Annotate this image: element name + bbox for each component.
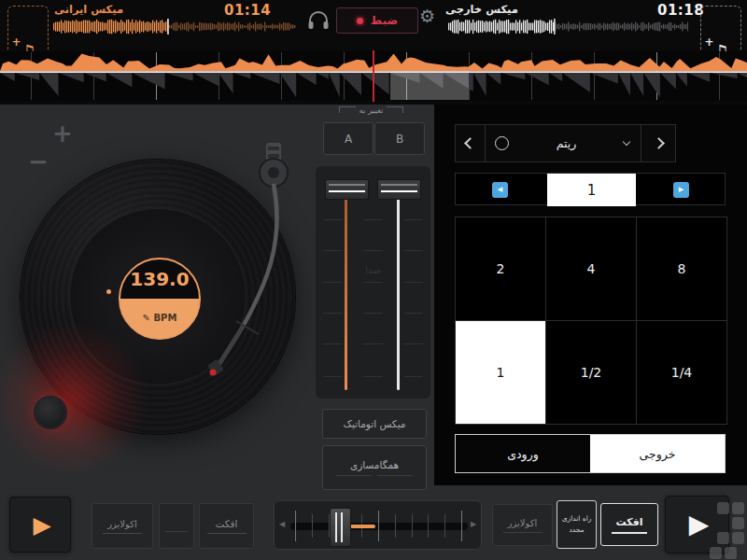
fader-tick <box>363 219 383 220</box>
record-button[interactable]: ضبط <box>336 7 418 34</box>
fader-tick <box>363 313 383 314</box>
extra-a-button[interactable] <box>159 503 194 549</box>
grid-cell-1-selected[interactable]: 1 <box>456 321 545 424</box>
play-deck-b-button[interactable]: ▶ <box>665 496 729 553</box>
deck-light-knob[interactable] <box>35 398 65 427</box>
fader-tick <box>363 343 383 344</box>
crossfader-tick <box>461 511 462 541</box>
grid-cell-4[interactable]: 4 <box>546 217 636 320</box>
crossfader-track[interactable] <box>290 523 468 530</box>
volume-ghost-label: صدا <box>316 265 430 275</box>
waveform-zoom-in-button[interactable]: + <box>52 121 73 146</box>
grid-cell-8[interactable]: 8 <box>637 217 726 320</box>
grid-cell-quarter[interactable]: 1/4 <box>637 321 726 424</box>
watermark-pixel <box>732 502 744 514</box>
tonearm[interactable] <box>201 135 322 387</box>
deck-a-title: میکس ایرانی <box>54 3 123 16</box>
fader-tick <box>363 282 383 283</box>
bpm-value: 139.0 <box>120 268 199 290</box>
dj-mixer-app: ♫ + میکس ایرانی 01:14 ضبط ⚙ میکس خارجی 0… <box>0 0 747 560</box>
headphones-icon[interactable] <box>307 10 330 30</box>
volume-fader-panel: صدا <box>316 166 430 399</box>
watermark-pixel <box>732 517 744 529</box>
crossfader-tick <box>428 514 429 538</box>
io-tabs: ورودی خروجی <box>455 434 726 473</box>
crossfader-tick <box>444 514 445 538</box>
crossfader-left-arrow-icon: ◀ <box>279 521 285 528</box>
play-deck-a-button[interactable]: ▶ <box>9 497 71 553</box>
deck-b-title: میکس خارجی <box>445 3 518 16</box>
chevron-right-icon <box>653 137 665 149</box>
crossfader: ◀ ▶ <box>274 500 482 550</box>
fader-tick <box>363 376 383 377</box>
mode-prev-button[interactable] <box>456 125 486 161</box>
deck-a-mini-waveform[interactable] <box>53 19 296 35</box>
fader-tick <box>323 313 342 314</box>
watermark-pixel <box>732 532 744 544</box>
fx-mode-bar: ریتم <box>455 124 676 162</box>
fader-b-handle[interactable] <box>377 179 421 200</box>
restart-button[interactable]: راه اندازی مجدد <box>557 500 597 549</box>
deck-a-time: 01:14 <box>224 2 271 19</box>
crossfader-tick <box>312 514 313 538</box>
fader-tick <box>323 282 342 283</box>
fx-panel: ریتم ◀ 1 ▶ 2 4 8 1 1/2 1/4 ورودی خروجی <box>434 105 747 485</box>
crossfader-orange-segment <box>349 525 375 528</box>
record-label: ضبط <box>371 14 398 27</box>
fader-a-handle[interactable] <box>325 179 369 200</box>
fader-a-track[interactable] <box>345 198 347 390</box>
crossfader-tick <box>378 511 379 541</box>
mode-selector[interactable]: ریتم <box>486 125 641 161</box>
fader-tick <box>404 376 423 377</box>
crossfader-right-arrow-icon: ▶ <box>471 521 476 528</box>
label-dot <box>106 289 111 294</box>
deck-b-time: 01:18 <box>657 2 704 19</box>
bpm-display[interactable]: 139.0 ✎ BPM <box>119 258 201 340</box>
equalizer-a-button[interactable]: اکولایزر <box>92 503 153 549</box>
loop-circle-icon <box>495 136 509 150</box>
fader-tick <box>363 250 383 251</box>
fader-b-track[interactable] <box>397 198 400 390</box>
fader-tick <box>323 376 342 377</box>
playhead-marker <box>373 50 374 102</box>
fader-tick <box>323 343 342 344</box>
beat-stepper-row: ◀ 1 ▶ <box>455 173 726 205</box>
beat-grid: 2 4 8 1 1/2 1/4 <box>455 217 727 425</box>
beat-value-display: 1 <box>547 174 636 206</box>
crossfader-tick <box>395 514 396 538</box>
grid-cell-2[interactable]: 2 <box>456 217 545 320</box>
top-bar: ♫ + میکس ایرانی 01:14 ضبط ⚙ میکس خارجی 0… <box>0 0 747 105</box>
deck-b-mini-waveform[interactable] <box>448 19 688 35</box>
fader-tick <box>404 250 423 251</box>
mode-label: ریتم <box>557 136 577 150</box>
mode-next-button[interactable] <box>641 125 675 161</box>
settings-gear-icon[interactable]: ⚙ <box>419 7 435 25</box>
waveform-zoom-out-button[interactable]: − <box>28 149 49 174</box>
tab-input[interactable]: ورودی <box>456 435 590 472</box>
switch-deck-a-button[interactable]: A <box>323 122 374 155</box>
pencil-icon: ✎ <box>143 313 150 323</box>
effect-a-button[interactable]: افکت <box>199 503 254 549</box>
fader-tick <box>404 313 423 314</box>
automix-button[interactable]: میکس اتوماتیک <box>322 409 427 439</box>
fader-tick <box>404 282 423 283</box>
switch-deck-b-button[interactable]: B <box>374 122 425 155</box>
equalizer-b-button[interactable]: اکولایزر <box>492 504 553 546</box>
tab-output[interactable]: خروجی <box>590 435 725 472</box>
fader-tick <box>323 250 342 251</box>
crossfader-handle[interactable] <box>330 508 351 547</box>
crossfader-tick <box>412 514 413 538</box>
chevron-left-icon <box>464 137 476 149</box>
crossfader-tick <box>295 511 296 541</box>
record-dot-icon <box>357 18 363 24</box>
sync-button[interactable]: همگامسازی <box>322 445 427 490</box>
fader-tick <box>404 343 423 344</box>
switch-to-label: تغییر به <box>317 106 425 115</box>
play-icon: ▶ <box>689 511 710 538</box>
fader-tick <box>323 219 342 220</box>
fader-tick <box>404 219 423 220</box>
beat-decrease-button[interactable]: ◀ <box>492 182 508 198</box>
effect-b-button[interactable]: افکت <box>600 503 658 546</box>
grid-cell-half[interactable]: 1/2 <box>546 321 636 424</box>
beat-increase-button[interactable]: ▶ <box>673 182 689 198</box>
